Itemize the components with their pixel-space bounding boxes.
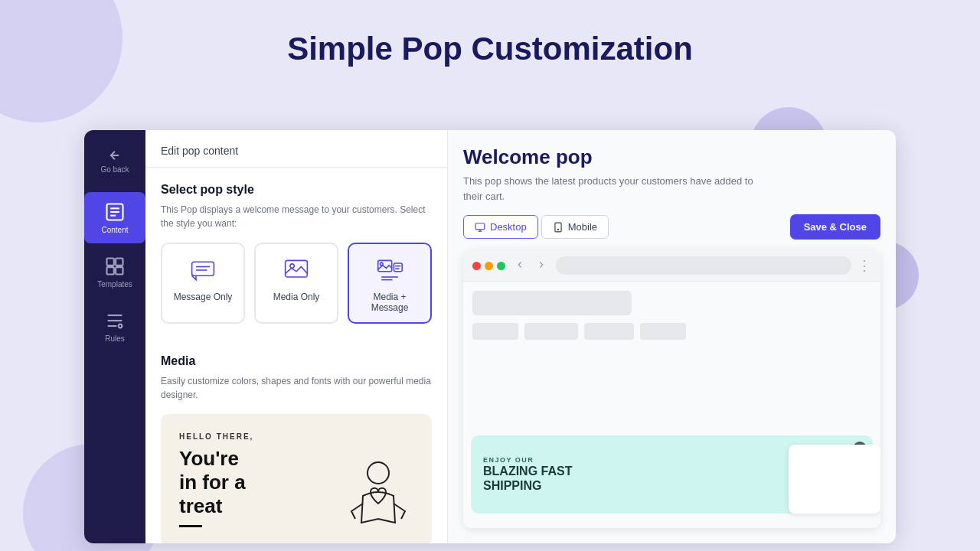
left-panel: Edit pop content Select pop style This P…	[145, 130, 448, 543]
mock-nav-pill-2	[524, 323, 578, 340]
svg-rect-12	[192, 262, 214, 276]
right-panel: Welcome pop This pop shows the latest pr…	[448, 130, 896, 543]
media-illustration-svg	[340, 454, 416, 543]
desktop-tab-label: Desktop	[490, 221, 527, 233]
browser-url-bar[interactable]	[556, 256, 851, 275]
decorative-dash	[179, 525, 202, 527]
media-text-line3: treat	[179, 494, 222, 517]
templates-label: Templates	[97, 280, 132, 289]
back-arrow-icon	[108, 148, 122, 162]
browser-forward-button[interactable]	[533, 258, 550, 274]
go-back-button[interactable]: Go back	[94, 138, 135, 184]
media-message-icon	[376, 256, 403, 284]
svg-point-27	[557, 229, 558, 230]
dot-red	[472, 262, 481, 270]
browser-back-button[interactable]	[511, 258, 528, 274]
media-title: Media	[161, 354, 432, 368]
mock-nav-pill-1	[472, 323, 518, 340]
style-card-message-only[interactable]: Message Only	[161, 243, 245, 324]
svg-rect-19	[394, 263, 402, 272]
mobile-icon	[553, 222, 564, 233]
pop-headline: BLAZING FAST SHIPPING	[483, 464, 798, 493]
svg-point-22	[368, 462, 389, 484]
content-icon	[104, 201, 126, 223]
mock-nav-items	[472, 323, 871, 340]
desktop-tab[interactable]: Desktop	[463, 215, 538, 239]
media-only-label: Media Only	[273, 292, 320, 302]
nav-forward-icon	[536, 259, 547, 270]
media-big-text: You're in for a treat	[179, 447, 317, 527]
media-hello-text: HELLO THERE,	[179, 432, 413, 441]
panel-header-title: Edit pop content	[161, 145, 238, 157]
browser-mockup: ⋮ × ENJOY OUR BLAZING FAST	[463, 250, 880, 528]
svg-rect-15	[286, 260, 308, 277]
welcome-title: Welcome pop	[463, 145, 880, 169]
main-container: Go back Content Templates	[84, 130, 896, 543]
svg-point-11	[119, 324, 122, 328]
svg-rect-5	[116, 259, 122, 266]
mobile-tab[interactable]: Mobile	[541, 215, 609, 239]
pop-headline-line1: BLAZING FAST	[483, 465, 572, 478]
nav-back-icon	[514, 259, 525, 270]
select-style-desc: This Pop displays a welcome message to y…	[161, 203, 432, 230]
welcome-desc: This pop shows the latest products your …	[463, 174, 754, 204]
media-section: Media Easily customize colors, shapes an…	[145, 339, 447, 543]
svg-rect-4	[107, 259, 114, 266]
style-cards-container: Message Only Media Only	[161, 243, 432, 324]
mock-nav-pill-3	[584, 323, 634, 340]
desktop-icon	[475, 222, 485, 233]
sidebar: Go back Content Templates	[84, 130, 145, 543]
pop-headline-line2: SHIPPING	[483, 479, 541, 492]
content-label: Content	[101, 226, 128, 234]
media-text-line1: You're	[179, 447, 239, 470]
save-close-button[interactable]: Save & Close	[790, 214, 880, 240]
message-only-label: Message Only	[174, 292, 233, 302]
sidebar-item-rules[interactable]: Rules	[84, 301, 145, 352]
rules-label: Rules	[105, 334, 125, 343]
sidebar-item-templates[interactable]: Templates	[84, 246, 145, 298]
media-only-icon	[283, 256, 310, 284]
dot-green	[497, 262, 505, 270]
rules-icon	[104, 310, 126, 331]
browser-bar: ⋮	[463, 250, 880, 282]
mock-nav-bar	[472, 291, 632, 315]
pop-text-area: ENJOY OUR BLAZING FAST SHIPPING	[483, 456, 798, 493]
media-message-label: Media + Message	[355, 292, 424, 313]
go-back-label: Go back	[100, 165, 129, 174]
browser-dots	[472, 262, 505, 270]
dot-yellow	[485, 262, 493, 270]
pop-enjoy-text: ENJOY OUR	[483, 456, 798, 464]
sidebar-item-content[interactable]: Content	[84, 192, 145, 243]
templates-icon	[104, 256, 126, 277]
pop-right-card	[789, 445, 880, 514]
media-desc: Easily customize colors, shapes and font…	[161, 374, 432, 402]
media-text-line2: in for a	[179, 471, 246, 494]
select-style-section: Select pop style This Pop displays a wel…	[145, 168, 447, 339]
message-only-icon	[189, 256, 217, 284]
page-title: Simple Pop Customization	[0, 0, 980, 90]
mobile-tab-label: Mobile	[568, 221, 597, 233]
preview-actions: Desktop Mobile Save & Close	[463, 214, 880, 240]
browser-nav	[511, 258, 550, 274]
svg-rect-6	[107, 267, 114, 274]
svg-rect-23	[475, 223, 485, 229]
browser-more-button[interactable]: ⋮	[858, 257, 871, 274]
device-tabs: Desktop Mobile	[463, 215, 609, 239]
svg-point-16	[290, 264, 294, 268]
style-card-media-only[interactable]: Media Only	[254, 243, 338, 324]
media-preview: HELLO THERE, You're in for a treat	[161, 414, 432, 543]
svg-rect-26	[555, 223, 561, 232]
browser-content: × ENJOY OUR BLAZING FAST SHIPPING	[463, 282, 880, 528]
style-card-media-message[interactable]: Media + Message	[348, 243, 432, 324]
panel-header: Edit pop content	[145, 130, 447, 168]
mock-nav-pill-4	[640, 323, 686, 340]
select-style-title: Select pop style	[161, 183, 432, 197]
svg-rect-7	[116, 267, 122, 274]
